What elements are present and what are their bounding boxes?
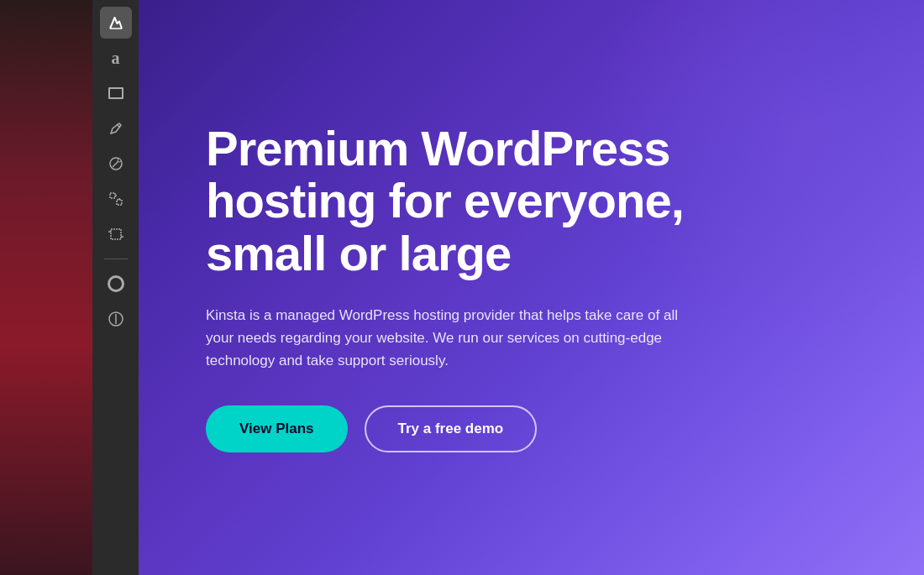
select-tool-button[interactable] [100,7,132,39]
rectangle-tool-button[interactable] [100,77,132,109]
transform-tool-button[interactable] [100,183,132,215]
main-content-area: Premium WordPress hosting for everyone, … [139,0,924,575]
svg-point-2 [118,159,121,162]
svg-rect-4 [117,200,122,205]
eraser-tool-button[interactable] [100,148,132,180]
toolbar: a [92,0,139,575]
main-headline: Premium WordPress hosting for everyone, … [206,123,743,280]
svg-rect-3 [110,193,115,198]
free-demo-button[interactable]: Try a free demo [365,405,538,452]
text-tool-icon: a [112,49,120,68]
rectangle-tool-icon [108,87,123,99]
toolbar-divider [104,259,128,259]
circle-tool-button[interactable] [100,268,132,300]
view-plans-button[interactable]: View Plans [206,405,348,452]
pen-tool-button[interactable] [100,112,132,144]
svg-rect-7 [111,229,121,239]
left-background-panel [0,0,92,575]
text-tool-button[interactable]: a [100,42,132,74]
edit-tool-button[interactable] [100,303,132,335]
main-subtext: Kinsta is a managed WordPress hosting pr… [206,304,693,373]
crop-tool-button[interactable] [100,218,132,250]
content-box: Premium WordPress hosting for everyone, … [206,123,743,452]
circle-tool-icon [108,275,124,292]
cta-button-group: View Plans Try a free demo [206,405,743,452]
